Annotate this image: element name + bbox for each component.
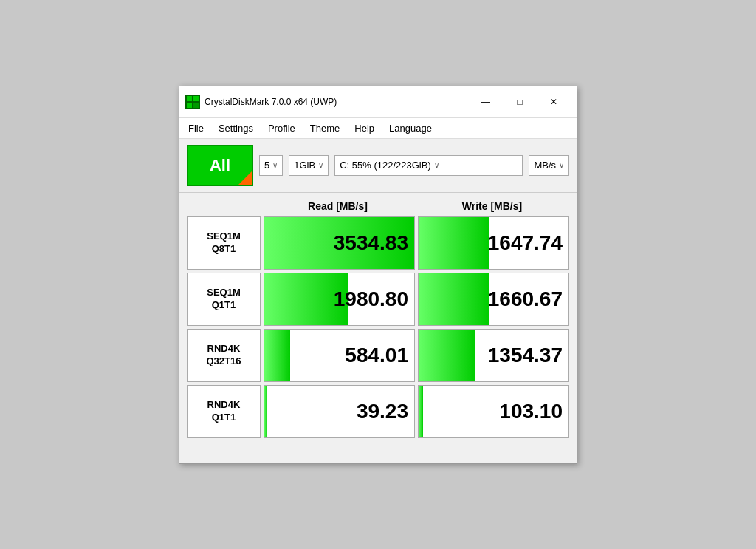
- write-cell-0: 1647.74: [418, 216, 569, 270]
- read-value-1: 1980.80: [334, 287, 408, 311]
- write-bar-3: [419, 386, 423, 437]
- read-value-2: 584.01: [345, 344, 408, 367]
- result-rows: SEQ1MQ8T1 3534.83 1647.74 SEQ1MQ1T1 1980…: [187, 216, 569, 438]
- menu-item-settings[interactable]: Settings: [213, 120, 259, 137]
- row-label-2: RND4KQ32T16: [187, 329, 261, 382]
- runs-dropdown[interactable]: 5 ∨: [259, 155, 283, 176]
- status-bar: [179, 446, 577, 463]
- result-row-3: RND4KQ1T1 39.23 103.10: [187, 385, 569, 438]
- menu-item-file[interactable]: File: [182, 120, 210, 137]
- toolbar: All 5 ∨ 1GiB ∨ C: 55% (122/223GiB) ∨ MB/…: [179, 139, 577, 193]
- window-controls: — □ ✕: [469, 91, 571, 113]
- size-arrow: ∨: [318, 161, 323, 169]
- all-button[interactable]: All: [187, 145, 253, 186]
- read-bar-2: [264, 330, 290, 381]
- read-cell-0: 3534.83: [264, 216, 415, 270]
- runs-arrow: ∨: [272, 161, 278, 169]
- menu-item-help[interactable]: Help: [348, 120, 380, 137]
- row-label-3: RND4KQ1T1: [187, 385, 261, 438]
- write-cell-2: 1354.37: [418, 329, 569, 382]
- read-cell-2: 584.01: [264, 329, 415, 382]
- results-header: Read [MB/s] Write [MB/s]: [187, 197, 569, 215]
- write-value-1: 1660.67: [488, 287, 563, 311]
- runs-value: 5: [264, 160, 269, 171]
- write-bar-1: [419, 273, 489, 325]
- results-area: Read [MB/s] Write [MB/s] SEQ1MQ8T1 3534.…: [179, 193, 577, 446]
- close-button[interactable]: ✕: [537, 91, 571, 113]
- svg-rect-2: [193, 96, 199, 101]
- menu-bar: FileSettingsProfileThemeHelpLanguage: [179, 118, 577, 139]
- read-bar-3: [264, 386, 267, 437]
- unit-arrow: ∨: [559, 161, 564, 169]
- unit-dropdown[interactable]: MB/s ∨: [529, 155, 569, 176]
- result-row-0: SEQ1MQ8T1 3534.83 1647.74: [187, 216, 569, 270]
- unit-value: MB/s: [534, 160, 556, 171]
- result-row-2: RND4KQ32T16 584.01 1354.37: [187, 329, 569, 382]
- svg-rect-3: [187, 103, 192, 108]
- menu-item-theme[interactable]: Theme: [304, 120, 346, 137]
- drive-value: C: 55% (122/223GiB): [340, 160, 431, 171]
- read-cell-1: 1980.80: [264, 273, 415, 326]
- minimize-button[interactable]: —: [469, 91, 503, 113]
- svg-rect-1: [187, 96, 192, 101]
- read-cell-3: 39.23: [264, 385, 415, 438]
- write-header: Write [MB/s]: [415, 197, 569, 215]
- app-window: CrystalDiskMark 7.0.0 x64 (UWP) — □ ✕ Fi…: [179, 86, 577, 464]
- menu-item-language[interactable]: Language: [383, 120, 438, 137]
- read-value-0: 3534.83: [334, 231, 408, 255]
- write-bar-2: [419, 330, 475, 381]
- maximize-button[interactable]: □: [503, 91, 537, 113]
- write-cell-1: 1660.67: [418, 273, 569, 326]
- app-icon: [185, 95, 200, 109]
- write-value-3: 103.10: [499, 400, 563, 423]
- title-bar-left: CrystalDiskMark 7.0.0 x64 (UWP): [185, 95, 337, 109]
- read-value-3: 39.23: [357, 400, 408, 423]
- row-label-1: SEQ1MQ1T1: [187, 273, 261, 326]
- drive-arrow: ∨: [434, 161, 439, 169]
- menu-item-profile[interactable]: Profile: [262, 120, 301, 137]
- read-header: Read [MB/s]: [261, 197, 415, 215]
- title-bar: CrystalDiskMark 7.0.0 x64 (UWP) — □ ✕: [179, 86, 577, 118]
- row-label-0: SEQ1MQ8T1: [187, 216, 261, 270]
- write-value-0: 1647.74: [488, 231, 563, 255]
- write-cell-3: 103.10: [418, 385, 569, 438]
- size-value: 1GiB: [294, 160, 315, 171]
- result-row-1: SEQ1MQ1T1 1980.80 1660.67: [187, 273, 569, 326]
- window-title: CrystalDiskMark 7.0.0 x64 (UWP): [205, 97, 337, 107]
- write-value-2: 1354.37: [488, 344, 563, 367]
- svg-rect-4: [193, 103, 199, 108]
- size-dropdown[interactable]: 1GiB ∨: [289, 155, 329, 176]
- write-bar-0: [419, 217, 489, 269]
- drive-dropdown[interactable]: C: 55% (122/223GiB) ∨: [334, 155, 523, 176]
